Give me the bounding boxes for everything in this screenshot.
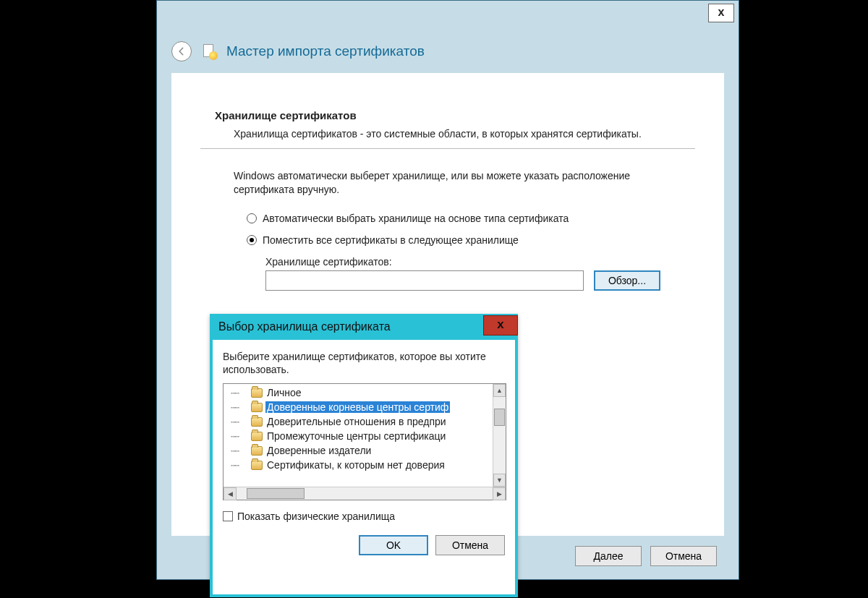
tree-connector-icon: ⋯⋯ xyxy=(231,388,248,398)
store-tree-item[interactable]: ⋯⋯Промежуточные центры сертификаци xyxy=(224,429,493,443)
store-tree-item-label: Личное xyxy=(265,387,303,398)
folder-icon xyxy=(251,461,263,470)
browse-button[interactable]: Обзор... xyxy=(594,270,660,291)
store-field-row: Обзор... xyxy=(215,270,681,291)
cancel-button[interactable]: Отмена xyxy=(650,546,717,566)
radio-manual-label: Поместить все сертификаты в следующее хр… xyxy=(263,234,519,246)
section-heading: Хранилище сертификатов xyxy=(215,109,681,121)
tree-connector-icon: ⋯⋯ xyxy=(231,417,248,427)
tree-connector-icon: ⋯⋯ xyxy=(231,461,248,470)
show-physical-row[interactable]: Показать физические хранилища xyxy=(223,511,505,522)
scroll-left-button[interactable]: ◀ xyxy=(224,487,237,500)
radio-manual[interactable] xyxy=(247,235,257,245)
folder-icon xyxy=(251,403,263,412)
store-tree-item[interactable]: ⋯⋯Доверительные отношения в предпри xyxy=(224,414,493,429)
tree-connector-icon: ⋯⋯ xyxy=(231,446,248,456)
store-tree-item[interactable]: ⋯⋯Доверенные корневые центры сертиф xyxy=(224,400,493,414)
picker-prompt: Выберите хранилище сертификатов, которое… xyxy=(223,350,505,376)
picker-title: Выбор хранилища сертификата xyxy=(218,320,483,333)
radio-manual-row[interactable]: Поместить все сертификаты в следующее хр… xyxy=(247,234,681,246)
radio-auto[interactable] xyxy=(247,213,257,223)
wizard-close-button[interactable]: x xyxy=(708,4,734,22)
scroll-down-button[interactable]: ▼ xyxy=(493,474,506,487)
tree-connector-icon: ⋯⋯ xyxy=(231,403,248,412)
picker-titlebar[interactable]: Выбор хранилища сертификата x xyxy=(210,314,518,340)
folder-icon xyxy=(251,417,263,427)
picker-ok-button[interactable]: OK xyxy=(359,535,428,555)
store-field-label: Хранилище сертификатов: xyxy=(215,256,681,268)
next-button[interactable]: Далее xyxy=(575,546,642,566)
horizontal-scrollbar[interactable]: ◀ ▶ xyxy=(224,487,506,500)
show-physical-label: Показать физические хранилища xyxy=(237,511,395,522)
folder-icon xyxy=(251,388,263,398)
scroll-up-button[interactable]: ▲ xyxy=(493,384,506,397)
store-tree-item[interactable]: ⋯⋯Личное xyxy=(224,385,493,400)
store-tree-item-label: Доверенные корневые центры сертиф xyxy=(265,401,450,413)
folder-icon xyxy=(251,446,263,456)
store-tree-item-label: Промежуточные центры сертификаци xyxy=(265,430,447,442)
store-tree-item-label: Доверенные издатели xyxy=(265,445,373,456)
folder-icon xyxy=(251,432,263,441)
radio-auto-row[interactable]: Автоматически выбрать хранилище на основ… xyxy=(247,213,681,224)
certificate-icon xyxy=(200,43,218,60)
auto-select-hint: Windows автоматически выберет хранилище,… xyxy=(215,169,681,197)
store-tree-item[interactable]: ⋯⋯Доверенные издатели xyxy=(224,443,493,458)
picker-footer: OK Отмена xyxy=(213,528,515,563)
back-button[interactable] xyxy=(171,41,192,61)
store-picker-dialog: Выбор хранилища сертификата x Выберите х… xyxy=(210,314,518,597)
radio-auto-label: Автоматически выбрать хранилище на основ… xyxy=(263,213,569,224)
divider xyxy=(200,148,695,149)
wizard-footer: Далее Отмена xyxy=(575,546,717,566)
store-tree: ⋯⋯Личное⋯⋯Доверенные корневые центры сер… xyxy=(223,383,506,500)
picker-body: Выберите хранилище сертификатов, которое… xyxy=(213,340,515,528)
picker-close-button[interactable]: x xyxy=(483,315,518,336)
tree-connector-icon: ⋯⋯ xyxy=(231,432,248,441)
vertical-scrollbar[interactable]: ▲ ▼ xyxy=(493,384,506,487)
store-radio-group: Автоматически выбрать хранилище на основ… xyxy=(215,213,681,246)
scroll-track-icon[interactable] xyxy=(493,397,506,474)
store-tree-item-label: Сертификаты, к которым нет доверия xyxy=(265,459,446,471)
hscroll-thumb[interactable] xyxy=(247,488,305,499)
scroll-thumb[interactable] xyxy=(494,409,505,426)
wizard-header: Мастер импорта сертификатов xyxy=(171,37,724,66)
picker-cancel-button[interactable]: Отмена xyxy=(435,535,505,555)
store-tree-list[interactable]: ⋯⋯Личное⋯⋯Доверенные корневые центры сер… xyxy=(224,384,493,487)
section-description: Хранилища сертификатов - это системные о… xyxy=(215,127,681,141)
store-tree-item[interactable]: ⋯⋯Сертификаты, к которым нет доверия xyxy=(224,458,493,472)
scroll-right-button[interactable]: ▶ xyxy=(493,487,506,500)
show-physical-checkbox[interactable] xyxy=(223,511,233,521)
store-input[interactable] xyxy=(265,270,584,291)
hscroll-track-icon[interactable] xyxy=(237,487,493,500)
store-tree-item-label: Доверительные отношения в предпри xyxy=(265,416,448,427)
arrow-left-icon xyxy=(176,46,187,56)
wizard-title: Мастер импорта сертификатов xyxy=(226,43,425,59)
